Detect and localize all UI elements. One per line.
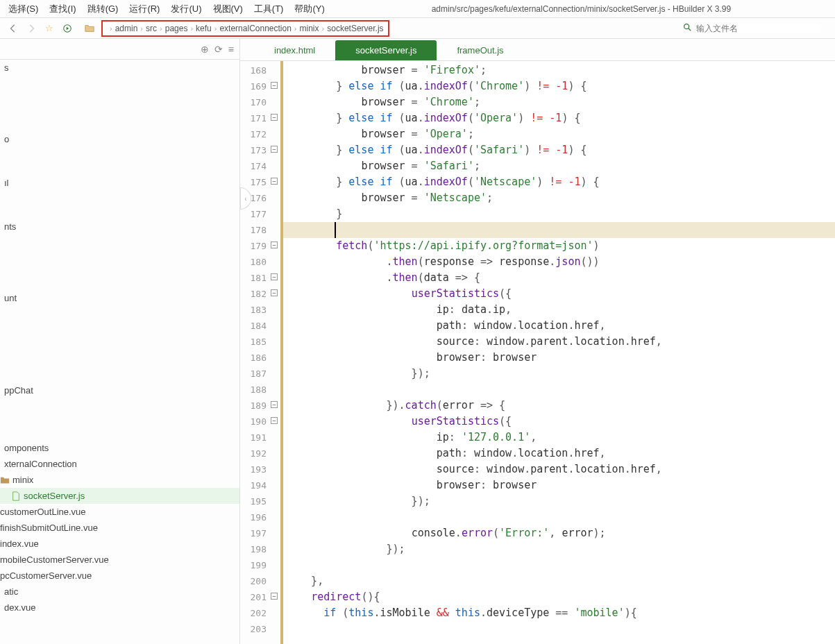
tree-item[interactable]: ppChat <box>0 382 239 398</box>
file-search[interactable] <box>682 22 821 34</box>
breadcrumb-part[interactable]: externalConnection <box>219 24 291 33</box>
breadcrumb: › admin›src›pages›kefu›externalConnectio… <box>101 20 389 37</box>
menu-item[interactable]: 查找(I) <box>44 1 81 17</box>
breadcrumb-part[interactable]: pages <box>165 24 188 33</box>
menu-item[interactable]: 运行(R) <box>124 1 165 17</box>
file-tree[interactable]: soılntsuntppChatomponentsxternalConnecti… <box>0 60 239 644</box>
menu-item[interactable]: 跳转(G) <box>82 1 124 17</box>
search-input[interactable] <box>696 24 821 33</box>
tree-item[interactable]: nts <box>0 219 239 235</box>
collapse-icon[interactable]: ≡ <box>228 44 234 55</box>
breadcrumb-part[interactable]: socketServer.js <box>327 24 383 33</box>
tree-item[interactable]: atic <box>0 584 239 600</box>
menu-item[interactable]: 帮助(Y) <box>289 1 330 17</box>
tree-item[interactable]: customerOutLine.vue <box>0 504 239 520</box>
editor-tab[interactable]: socketServer.js <box>335 40 437 60</box>
code-editor[interactable]: 168169−170171−172173−174175−176177178179… <box>240 61 835 644</box>
favorite-icon[interactable]: ☆ <box>42 21 57 36</box>
editor-tab[interactable]: frameOut.js <box>437 40 523 60</box>
menu-item[interactable]: 工具(T) <box>248 1 289 17</box>
tree-item[interactable]: socketServer.js <box>0 488 239 504</box>
toolbar: ☆ › admin›src›pages›kefu›externalConnect… <box>0 18 835 39</box>
breadcrumb-part[interactable]: src <box>146 24 157 33</box>
editor-tab[interactable]: index.html <box>254 40 335 60</box>
tree-item[interactable]: ıl <box>0 175 239 191</box>
breadcrumb-part[interactable]: minix <box>300 24 319 33</box>
code-content[interactable]: browser = 'Firefox'; } else if (ua.index… <box>283 61 835 644</box>
tree-item[interactable]: minix <box>0 472 239 488</box>
menu-item[interactable]: 视图(V) <box>208 1 248 17</box>
tree-item[interactable]: mobileCustomerServer.vue <box>0 552 239 568</box>
tree-item[interactable]: unt <box>0 290 239 306</box>
menu-item[interactable]: 选择(S) <box>3 1 44 17</box>
tree-item[interactable]: dex.vue <box>0 600 239 616</box>
run-button[interactable] <box>60 21 75 36</box>
menu-item[interactable]: 发行(U) <box>165 1 207 17</box>
menu-bar: 选择(S)查找(I)跳转(G)运行(R)发行(U)视图(V)工具(T)帮助(Y)… <box>0 0 835 18</box>
back-button[interactable] <box>6 21 21 36</box>
tree-item[interactable]: o <box>0 131 239 147</box>
tree-item[interactable]: s <box>0 60 239 76</box>
folder-icon[interactable] <box>82 21 97 36</box>
sync-icon[interactable]: ⟳ <box>214 44 223 55</box>
tree-item[interactable]: finishSubmitOutLine.vue <box>0 520 239 536</box>
search-icon <box>682 22 692 34</box>
breadcrumb-part[interactable]: admin <box>115 24 138 33</box>
tree-item[interactable]: index.vue <box>0 536 239 552</box>
line-gutter: 168169−170171−172173−174175−176177178179… <box>240 61 283 644</box>
editor-tabs[interactable]: index.htmlsocketServer.jsframeOut.js <box>240 39 835 61</box>
tree-item[interactable]: xternalConnection <box>0 456 239 472</box>
forward-button[interactable] <box>24 21 39 36</box>
tree-item[interactable]: omponents <box>0 440 239 456</box>
editor-area: index.htmlsocketServer.jsframeOut.js 168… <box>240 39 835 644</box>
file-explorer: ⊕ ⟳ ≡ soılntsuntppChatomponentsxternalCo… <box>0 39 240 644</box>
svg-point-1 <box>684 24 689 29</box>
window-title: admin/src/pages/kefu/externalConnection/… <box>330 4 832 14</box>
breadcrumb-part[interactable]: kefu <box>196 24 212 33</box>
add-icon[interactable]: ⊕ <box>201 44 209 55</box>
explorer-toolbar: ⊕ ⟳ ≡ <box>0 39 239 60</box>
tree-item[interactable]: pcCustomerServer.vue <box>0 568 239 584</box>
